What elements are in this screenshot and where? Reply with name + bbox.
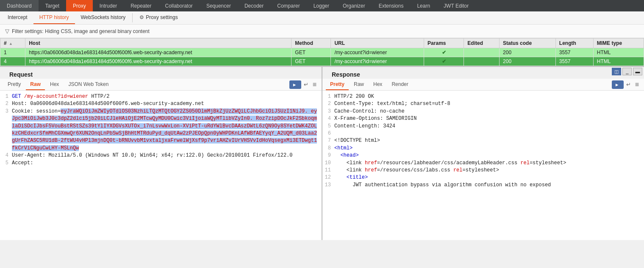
request-panel: Request Pretty Raw Hex JSON Web Token ► … xyxy=(0,67,322,240)
vertical-split-icon: ⎯ xyxy=(626,69,629,74)
col-status[interactable]: Status code xyxy=(500,39,556,48)
col-method[interactable]: Method xyxy=(291,39,331,48)
response-line: 12 <title> xyxy=(322,174,644,181)
line-number: 13 xyxy=(322,182,334,189)
nav-decoder[interactable]: Decoder xyxy=(238,0,270,11)
line-number: 1 xyxy=(322,93,334,100)
response-send-icon: ► xyxy=(615,82,619,87)
line-content: <!DOCTYPE html> xyxy=(334,137,644,144)
response-line: 5Content-Length: 3424 xyxy=(322,123,644,130)
line-content: GET /my-account?id=wiener HTTP/2 xyxy=(12,93,322,100)
cell-2: GET xyxy=(291,57,331,66)
request-tab-raw[interactable]: Raw xyxy=(26,79,45,90)
request-send-button[interactable]: ► ​ xyxy=(289,80,301,89)
request-newline-button[interactable]: ↵ xyxy=(302,81,310,88)
filter-icon: ▽ xyxy=(5,28,9,34)
response-line: 1HTTP/2 200 OK xyxy=(322,93,644,100)
subnav-intercept[interactable]: Intercept xyxy=(2,11,33,24)
nav-comparer[interactable]: Comparer xyxy=(270,0,306,11)
view-mode-vertical-button[interactable]: ⎯ xyxy=(622,68,632,75)
send-icon: ► xyxy=(292,82,297,87)
line-number: 3 xyxy=(0,108,12,115)
subnav-proxy-settings[interactable]: ⚙ Proxy settings xyxy=(133,11,183,24)
view-mode-horizontal-button[interactable]: ▬ xyxy=(633,68,642,75)
subnav-websockets-history[interactable]: WebSockets history xyxy=(75,11,132,24)
cell-3: /my-account?id=wiener xyxy=(331,57,424,66)
col-url[interactable]: URL xyxy=(331,39,424,48)
response-line: 9 <head> xyxy=(322,152,644,159)
response-tab-raw[interactable]: Raw xyxy=(350,79,368,90)
cell-4: ✔ xyxy=(424,48,464,57)
request-line: 3Cookie: session=eyJraWQiOiJmZWIyOTdlOS0… xyxy=(0,108,322,152)
request-tab-hex[interactable]: Hex xyxy=(46,79,63,90)
nav-learn[interactable]: Learn xyxy=(410,0,437,11)
line-content: JWT authentication bypass via algorithm … xyxy=(334,182,644,189)
table-row[interactable]: 4https://0a06006d048da1e6831484d500f600f… xyxy=(0,57,644,66)
nav-organizer[interactable]: Organizer xyxy=(336,0,372,11)
line-number: 2 xyxy=(0,100,12,108)
request-title: Request xyxy=(4,69,38,79)
col-edited[interactable]: Edited xyxy=(464,39,500,48)
line-content: HTTP/2 200 OK xyxy=(334,93,644,100)
nav-collaborator[interactable]: Collaborator xyxy=(158,0,200,11)
cell-2: GET xyxy=(291,48,331,57)
sub-navigation: Intercept HTTP history WebSockets histor… xyxy=(0,11,644,25)
response-line: 2Content-Type: text/html; charset=utf-8 xyxy=(322,100,644,108)
line-content: Content-Type: text/html; charset=utf-8 xyxy=(334,100,644,108)
line-number: 3 xyxy=(322,108,334,115)
nav-extensions[interactable]: Extensions xyxy=(372,0,411,11)
line-content: Cookie: session=eyJraWQiOiJmZWIyOTdlOS03… xyxy=(12,108,322,152)
nav-logger[interactable]: Logger xyxy=(307,0,336,11)
response-tab-hex[interactable]: Hex xyxy=(369,79,386,90)
response-code-area: 1HTTP/2 200 OK2Content-Type: text/html; … xyxy=(322,91,644,240)
cell-6: 200 xyxy=(500,48,556,57)
filter-bar[interactable]: ▽ Filter settings: Hiding CSS, image and… xyxy=(0,25,644,38)
line-content: Host: 0a06006d048da1e6831484d500f600f6.w… xyxy=(12,100,322,108)
table-row[interactable]: 1https://0a06006d048da1e6831484d500f600f… xyxy=(0,48,644,57)
nav-dashboard[interactable]: Dashboard xyxy=(0,0,39,11)
col-num[interactable]: # ▲ xyxy=(0,39,25,48)
response-title: Response xyxy=(327,69,365,79)
cell-5 xyxy=(464,57,500,66)
nav-proxy[interactable]: Proxy xyxy=(66,0,93,11)
nav-intruder[interactable]: Intruder xyxy=(93,0,124,11)
cell-4: ✔ xyxy=(424,57,464,66)
line-content: Content-Length: 3424 xyxy=(334,123,644,130)
col-host[interactable]: Host xyxy=(25,39,291,48)
horizontal-split-icon: ▬ xyxy=(636,69,640,74)
nav-sequencer[interactable]: Sequencer xyxy=(200,0,238,11)
line-content: <link href=/resources/labheader/css/acad… xyxy=(334,160,644,167)
request-menu-button[interactable]: ≡ xyxy=(311,81,318,88)
request-line: 5Accept: xyxy=(0,160,322,167)
response-menu-button[interactable]: ≡ xyxy=(633,81,641,88)
line-content: User-Agent: Mozilla/5.0 (Windows NT 10.0… xyxy=(12,152,322,159)
request-tab-pretty[interactable]: Pretty xyxy=(3,79,25,90)
col-mime[interactable]: MIME type xyxy=(593,39,644,48)
line-content: <html> xyxy=(334,145,644,152)
line-number: 2 xyxy=(322,100,334,108)
response-line: 4X-Frame-Options: SAMEORIGIN xyxy=(322,115,644,122)
cell-8: HTML xyxy=(593,57,644,66)
nav-target[interactable]: Target xyxy=(39,0,66,11)
col-length[interactable]: Length xyxy=(555,39,593,48)
response-tab-render[interactable]: Render xyxy=(387,79,412,90)
top-navigation: Dashboard Target Proxy Intruder Repeater… xyxy=(0,0,644,11)
response-newline-button[interactable]: ↵ xyxy=(625,81,633,88)
cell-6: 200 xyxy=(500,57,556,66)
line-number: 10 xyxy=(322,160,334,167)
request-line: 4User-Agent: Mozilla/5.0 (Windows NT 10.… xyxy=(0,152,322,159)
split-panel: Request Pretty Raw Hex JSON Web Token ► … xyxy=(0,67,644,240)
nav-jwt-editor[interactable]: JWT Editor xyxy=(437,0,475,11)
col-params[interactable]: Params xyxy=(424,39,464,48)
subnav-http-history[interactable]: HTTP history xyxy=(33,11,75,24)
split-icon: ◫ xyxy=(614,69,619,75)
response-tab-pretty[interactable]: Pretty xyxy=(326,79,349,90)
request-tab-json-web-token[interactable]: JSON Web Token xyxy=(64,79,113,90)
response-line: 8<html> xyxy=(322,145,644,152)
line-number: 6 xyxy=(322,130,334,137)
response-send-button[interactable]: ► xyxy=(612,80,624,89)
line-content: X-Frame-Options: SAMEORIGIN xyxy=(334,115,644,122)
response-line: 13 JWT authentication bypass via algorit… xyxy=(322,182,644,189)
view-mode-split-button[interactable]: ◫ xyxy=(612,68,621,75)
nav-repeater[interactable]: Repeater xyxy=(124,0,158,11)
